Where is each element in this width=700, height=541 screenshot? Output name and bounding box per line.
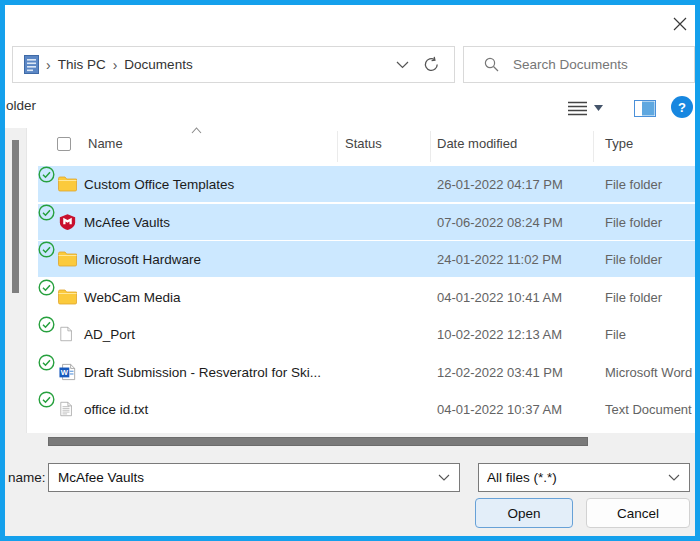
- cropped-nav-item-icon: [0, 436, 4, 446]
- file-date-modified: 12-02-2022 03:41 PM: [437, 364, 563, 379]
- column-header-status[interactable]: Status: [345, 136, 382, 151]
- file-name: Microsoft Hardware: [84, 252, 201, 267]
- file-type: File folder: [605, 252, 662, 267]
- file-type: Text Document: [605, 402, 692, 417]
- column-header-name[interactable]: Name: [88, 136, 123, 151]
- file-date-modified: 04-01-2022 10:41 AM: [437, 289, 562, 304]
- cropped-nav-item-icon: [0, 336, 4, 341]
- file-type: File: [605, 327, 626, 342]
- file-name: WebCam Media: [84, 289, 181, 304]
- address-bar[interactable]: › This PC › Documents: [12, 46, 455, 83]
- file-name: Draft Submission - Resveratrol for Ski..…: [84, 364, 321, 379]
- titlebar: [5, 5, 695, 41]
- help-icon: ?: [678, 100, 686, 115]
- file-list: Custom Office Templates 26-01-2022 04:17…: [27, 162, 695, 433]
- file-date-modified: 04-01-2022 10:37 AM: [437, 402, 562, 417]
- change-view-button[interactable]: [568, 96, 610, 120]
- horizontal-scrollbar-thumb[interactable]: [48, 437, 588, 446]
- horizontal-scrollbar-track[interactable]: [5, 433, 695, 450]
- folder-icon: [58, 251, 77, 268]
- cancel-button[interactable]: Cancel: [586, 498, 690, 528]
- file-row[interactable]: McAfee Vaults 07-06-2022 08:24 PM File f…: [38, 204, 695, 240]
- file-row[interactable]: Microsoft Hardware 24-01-2022 11:02 PM F…: [38, 241, 695, 277]
- search-icon: [484, 57, 499, 72]
- chevron-down-icon[interactable]: [438, 474, 450, 481]
- breadcrumb-this-pc[interactable]: This PC: [58, 57, 106, 72]
- file-type: File folder: [605, 177, 662, 192]
- status-synced-icon: [38, 241, 55, 258]
- status-synced-icon: [38, 166, 55, 183]
- address-dropdown-chevron-icon[interactable]: [396, 61, 409, 69]
- navigation-pane-cropped: [5, 128, 27, 450]
- open-file-dialog: › This PC › Documents older: [0, 0, 700, 541]
- file-type: File folder: [605, 214, 662, 229]
- document-location-icon: [24, 55, 39, 74]
- breadcrumb-documents[interactable]: Documents: [124, 57, 192, 72]
- word-doc-icon: W: [59, 363, 76, 381]
- file-date-modified: 26-01-2022 04:17 PM: [437, 177, 563, 192]
- search-box[interactable]: [463, 46, 695, 83]
- file-type: File folder: [605, 289, 662, 304]
- list-view-icon: [568, 101, 587, 116]
- svg-text:W: W: [61, 368, 69, 377]
- toolbar: older ?: [5, 88, 695, 128]
- cropped-nav-item-icon: [0, 355, 4, 360]
- file-name-label-cropped: name:: [8, 470, 46, 485]
- open-button[interactable]: Open: [475, 498, 573, 528]
- file-type-select[interactable]: All files (*.*): [478, 463, 690, 492]
- mcafee-shield-icon: [58, 213, 77, 230]
- cropped-nav-item-icon: [0, 404, 4, 413]
- file-type-selected-value: All files (*.*): [487, 470, 668, 485]
- close-button[interactable]: [666, 11, 694, 37]
- file-date-modified: 10-02-2022 12:13 AM: [437, 327, 562, 342]
- file-date-modified: 07-06-2022 08:24 PM: [437, 214, 563, 229]
- file-row[interactable]: W Draft Submission - Resveratrol for Ski…: [38, 354, 695, 390]
- status-synced-icon: [38, 316, 55, 333]
- file-row[interactable]: office id.txt 04-01-2022 10:37 AM Text D…: [38, 391, 695, 427]
- preview-pane-button[interactable]: [633, 97, 657, 119]
- cancel-button-label: Cancel: [617, 506, 659, 521]
- file-type: Microsoft Word: [605, 364, 692, 379]
- file-name: McAfee Vaults: [84, 214, 170, 229]
- column-header-row: Name Status Date modified Type: [27, 128, 695, 162]
- new-folder-button-cropped[interactable]: older: [6, 98, 36, 113]
- refresh-icon[interactable]: [423, 56, 440, 73]
- open-button-label: Open: [507, 506, 540, 521]
- column-header-date-modified[interactable]: Date modified: [437, 136, 517, 151]
- file-icon: [60, 325, 75, 343]
- status-synced-icon: [38, 204, 55, 221]
- help-button[interactable]: ?: [671, 96, 693, 118]
- preview-pane-icon: [634, 100, 656, 117]
- file-name: office id.txt: [84, 402, 148, 417]
- search-input[interactable]: [511, 56, 694, 73]
- breadcrumb-separator: ›: [46, 57, 51, 73]
- file-row[interactable]: Custom Office Templates 26-01-2022 04:17…: [38, 166, 695, 202]
- folder-icon: [58, 288, 77, 305]
- column-header-type[interactable]: Type: [605, 136, 633, 151]
- close-icon: [671, 15, 689, 33]
- select-all-checkbox[interactable]: [57, 137, 71, 151]
- file-row[interactable]: AD_Port 10-02-2022 12:13 AM File: [38, 316, 695, 352]
- vertical-scrollbar-thumb[interactable]: [12, 140, 19, 293]
- file-name: AD_Port: [84, 327, 135, 342]
- file-row[interactable]: WebCam Media 04-01-2022 10:41 AM File fo…: [38, 279, 695, 315]
- breadcrumb-separator: ›: [113, 57, 118, 73]
- folder-icon: [58, 176, 77, 193]
- text-file-icon: [60, 400, 75, 418]
- cropped-nav-item-icon: [0, 316, 4, 324]
- status-synced-icon: [38, 279, 55, 296]
- status-synced-icon: [38, 391, 55, 408]
- file-name-input[interactable]: [56, 469, 438, 486]
- view-dropdown-caret-icon: [594, 105, 603, 111]
- sort-ascending-icon: [191, 127, 202, 134]
- file-date-modified: 24-01-2022 11:02 PM: [437, 252, 562, 267]
- chevron-down-icon: [668, 474, 680, 481]
- file-name-combobox[interactable]: [48, 463, 460, 492]
- status-synced-icon: [38, 354, 55, 371]
- footer: name: All files (*.*) Open Cancel: [5, 450, 695, 536]
- file-name: Custom Office Templates: [84, 177, 234, 192]
